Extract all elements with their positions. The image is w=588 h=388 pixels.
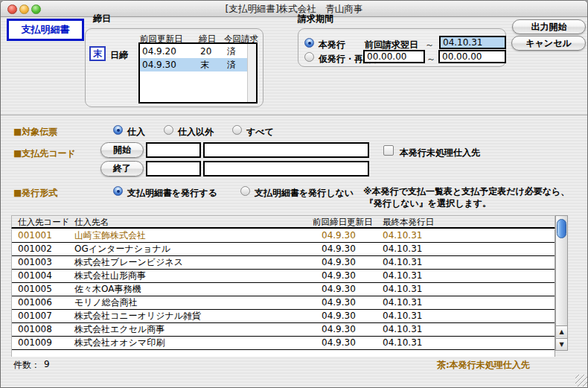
cell-prev: 04.9.30 bbox=[322, 243, 356, 255]
zoom-icon[interactable] bbox=[31, 4, 41, 14]
table-row[interactable]: 001004株式会社山形商事04.9.3004.10.31 bbox=[12, 270, 555, 283]
cell-prev: 04.9.30 bbox=[322, 283, 356, 296]
table-row[interactable]: 001001山崎宝飾株式会社04.9.3004.10.31 bbox=[12, 229, 555, 243]
cell-code: 001004 bbox=[18, 270, 52, 282]
payee-start-code-field[interactable] bbox=[146, 142, 201, 158]
radio-purchase[interactable] bbox=[113, 125, 123, 135]
cell-name: 株式会社山形商事 bbox=[74, 270, 146, 282]
cell-last: 04.10.31 bbox=[383, 256, 422, 269]
count-value: 9 bbox=[44, 359, 50, 369]
cell-billed: 済 bbox=[227, 58, 236, 71]
radio-all-label: すべて bbox=[246, 126, 274, 139]
title-bar: [支払明細書]株式会社 青山商事 bbox=[1, 1, 587, 17]
col-prev-closing-update: 前回締日更新日 bbox=[313, 217, 373, 228]
list-item[interactable]: 04.9.20 20 済 bbox=[140, 45, 247, 58]
cell-prev: 04.9.30 bbox=[322, 323, 356, 336]
issue-format-label: ■発行形式 bbox=[13, 187, 57, 200]
table-header: 仕入先コード 仕入先名 前回締日更新日 最終本発行日 bbox=[11, 215, 555, 229]
radio-no-issue-statement-label: 支払明細書を発行しない bbox=[255, 187, 354, 200]
cell-name: 株式会社コニーオリジナル雑貨 bbox=[74, 310, 201, 322]
closing-group-label: 締日 bbox=[93, 13, 111, 25]
cell-name: 株式会社エクセル商事 bbox=[74, 323, 164, 336]
cell-code: 001002 bbox=[18, 243, 52, 255]
table-row[interactable]: 001006モリノ総合商社04.9.3004.10.31 bbox=[12, 296, 555, 310]
issue-format-note-line2: 『発行しない』を選択します。 bbox=[365, 197, 491, 210]
cell-code: 001006 bbox=[18, 296, 52, 309]
radio-purchase-label: 仕入 bbox=[127, 126, 145, 139]
cancel-button[interactable]: キャンセル bbox=[511, 36, 586, 51]
scroll-down-icon[interactable]: ▼ bbox=[556, 338, 567, 350]
cell-code: 001001 bbox=[18, 229, 52, 242]
cell-name: モリノ総合商社 bbox=[74, 296, 138, 309]
scrollbar-thumb[interactable] bbox=[557, 219, 566, 238]
window-title: [支払明細書]株式会社 青山商事 bbox=[1, 1, 587, 16]
resize-handle-icon[interactable] bbox=[575, 375, 587, 387]
tilde-main: ～ bbox=[425, 39, 434, 51]
temp-end-date-field[interactable] bbox=[438, 50, 506, 63]
cell-last: 04.10.31 bbox=[383, 337, 422, 349]
cell-prev: 04.9.30 bbox=[322, 256, 356, 269]
cell-code: 001005 bbox=[18, 283, 52, 296]
payee-end-name-field[interactable] bbox=[203, 161, 369, 176]
cell-last: 04.10.31 bbox=[383, 243, 422, 255]
target-slip-label: ■対象伝票 bbox=[13, 126, 57, 139]
payee-start-button[interactable]: 開始 bbox=[100, 142, 144, 158]
payee-end-button[interactable]: 終了 bbox=[100, 161, 144, 176]
table-row[interactable]: 001007株式会社コニーオリジナル雑貨04.9.3004.10.31 bbox=[12, 310, 555, 323]
brown-legend: 茶:本発行未処理仕入先 bbox=[437, 359, 530, 372]
main-end-date-field[interactable] bbox=[439, 36, 506, 49]
table-row[interactable]: 001002OGインターナショナル04.9.3004.10.31 bbox=[12, 243, 555, 256]
scroll-up-icon[interactable]: ▲ bbox=[556, 325, 567, 337]
list-item-selected[interactable]: 04.9.30 末 済 bbox=[140, 58, 247, 71]
unprocessed-payee-checkbox-label: 本発行未処理仕入先 bbox=[400, 147, 480, 159]
issue-format-note-line1: ※本発行で支払一覧表と支払予定表だけ必要なら、 bbox=[363, 185, 569, 198]
radio-all[interactable] bbox=[232, 125, 242, 135]
table-row[interactable]: 001005佐々木OA事務機04.9.3004.10.31 bbox=[12, 283, 555, 296]
radio-issue-statement[interactable] bbox=[113, 186, 123, 196]
closing-list-scrollbar[interactable] bbox=[247, 44, 256, 102]
table-scrollbar[interactable]: ▲ ▼ bbox=[555, 215, 568, 351]
cell-name: OGインターナショナル bbox=[74, 243, 170, 255]
cell-prev: 04.9.30 bbox=[322, 310, 356, 322]
cell-prev: 04.9.30 bbox=[322, 270, 356, 282]
col-last-main-issue: 最終本発行日 bbox=[383, 217, 434, 228]
table-row[interactable]: 001008株式会社エクセル商事04.9.3004.10.31 bbox=[12, 323, 555, 337]
radio-main-issue-label: 本発行 bbox=[319, 39, 345, 51]
table-row[interactable]: 001009株式会社オオシマ印刷04.9.3004.10.31 bbox=[12, 337, 555, 350]
col-supplier-code: 仕入先コード bbox=[18, 217, 70, 228]
closing-day-suffix: 日締 bbox=[110, 49, 128, 62]
unprocessed-payee-checkbox[interactable] bbox=[383, 145, 394, 156]
minimize-icon[interactable] bbox=[19, 4, 29, 14]
cell-day: 末 bbox=[200, 58, 209, 71]
payee-start-name-field[interactable] bbox=[203, 142, 369, 158]
cell-name: 佐々木OA事務機 bbox=[74, 283, 141, 296]
cell-day: 20 bbox=[200, 45, 211, 58]
radio-main-issue[interactable] bbox=[304, 38, 314, 48]
cell-code: 001007 bbox=[18, 310, 52, 322]
cell-prev: 04.9.30 bbox=[322, 337, 356, 349]
section-divider bbox=[1, 115, 587, 116]
output-start-button[interactable]: 出力開始 bbox=[512, 19, 586, 34]
count-label: 件数： bbox=[13, 359, 40, 372]
radio-non-purchase-label: 仕入以外 bbox=[178, 126, 214, 139]
cell-last: 04.10.31 bbox=[383, 229, 422, 242]
cell-updated: 04.9.30 bbox=[142, 58, 176, 71]
radio-no-issue-statement[interactable] bbox=[240, 186, 250, 196]
payment-statement-window: [支払明細書]株式会社 青山商事 支払明細書 締日 日締 前回更新日 締日 今回… bbox=[0, 0, 588, 388]
cell-name: 株式会社ブレーンビジネス bbox=[74, 256, 183, 269]
close-icon[interactable] bbox=[7, 4, 17, 14]
radio-non-purchase[interactable] bbox=[164, 125, 173, 135]
payee-end-code-field[interactable] bbox=[146, 161, 201, 176]
cell-name: 山崎宝飾株式会社 bbox=[74, 229, 146, 242]
temp-start-date-field[interactable] bbox=[363, 50, 425, 63]
closing-day-field[interactable] bbox=[89, 46, 106, 61]
cell-code: 001009 bbox=[18, 337, 52, 349]
tilde-temp: ～ bbox=[426, 53, 435, 66]
cell-code: 001003 bbox=[18, 256, 52, 269]
cell-code: 001008 bbox=[18, 323, 52, 336]
col-supplier-name: 仕入先名 bbox=[74, 217, 109, 228]
radio-temp-issue[interactable] bbox=[304, 52, 314, 62]
cell-last: 04.10.31 bbox=[383, 296, 422, 309]
billing-group-label: 請求期間 bbox=[298, 13, 333, 25]
table-row[interactable]: 001003株式会社ブレーンビジネス04.9.3004.10.31 bbox=[12, 256, 555, 270]
